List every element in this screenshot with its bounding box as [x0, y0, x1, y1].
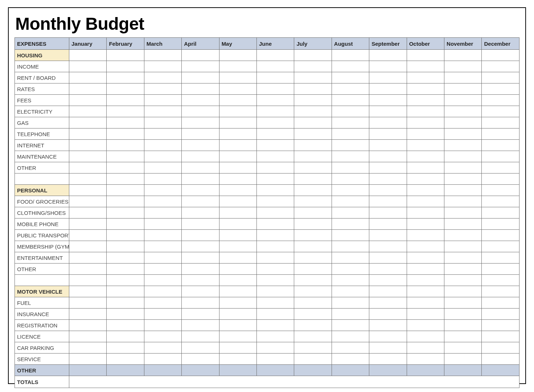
data-cell[interactable]: [107, 128, 144, 140]
data-cell[interactable]: [482, 230, 519, 241]
data-cell[interactable]: [69, 286, 107, 297]
data-cell[interactable]: [369, 342, 407, 354]
data-cell[interactable]: [444, 140, 482, 151]
data-cell[interactable]: [294, 72, 332, 83]
data-cell[interactable]: [182, 95, 219, 106]
data-cell[interactable]: [444, 83, 482, 95]
data-cell[interactable]: [257, 342, 294, 354]
other-cell[interactable]: [257, 365, 294, 376]
data-cell[interactable]: [107, 297, 144, 309]
data-cell[interactable]: [369, 297, 407, 309]
data-cell[interactable]: [407, 50, 444, 61]
data-cell[interactable]: [219, 275, 256, 286]
data-cell[interactable]: [332, 342, 369, 354]
data-cell[interactable]: [444, 264, 482, 275]
other-cell[interactable]: [219, 365, 256, 376]
data-cell[interactable]: [219, 140, 256, 151]
data-cell[interactable]: [219, 162, 256, 173]
data-cell[interactable]: [407, 275, 444, 286]
data-cell[interactable]: [369, 151, 407, 162]
data-cell[interactable]: [444, 230, 482, 241]
data-cell[interactable]: [482, 342, 519, 354]
data-cell[interactable]: [69, 297, 107, 309]
data-cell[interactable]: [482, 162, 519, 173]
data-cell[interactable]: [144, 185, 181, 196]
data-cell[interactable]: [107, 241, 144, 252]
data-cell[interactable]: [257, 50, 294, 61]
data-cell[interactable]: [369, 128, 407, 140]
data-cell[interactable]: [219, 309, 256, 320]
data-cell[interactable]: [144, 140, 181, 151]
data-cell[interactable]: [219, 286, 256, 297]
data-cell[interactable]: [257, 83, 294, 95]
data-cell[interactable]: [182, 320, 219, 331]
data-cell[interactable]: [332, 264, 369, 275]
data-cell[interactable]: [182, 185, 219, 196]
data-cell[interactable]: [294, 173, 332, 185]
data-cell[interactable]: [369, 140, 407, 151]
data-cell[interactable]: [182, 219, 219, 230]
data-cell[interactable]: [294, 61, 332, 72]
data-cell[interactable]: [107, 83, 144, 95]
data-cell[interactable]: [369, 106, 407, 117]
data-cell[interactable]: [69, 72, 107, 83]
data-cell[interactable]: [407, 309, 444, 320]
data-cell[interactable]: [107, 117, 144, 128]
data-cell[interactable]: [482, 241, 519, 252]
data-cell[interactable]: [294, 297, 332, 309]
data-cell[interactable]: [407, 241, 444, 252]
data-cell[interactable]: [482, 219, 519, 230]
data-cell[interactable]: [107, 264, 144, 275]
data-cell[interactable]: [69, 128, 107, 140]
data-cell[interactable]: [294, 83, 332, 95]
data-cell[interactable]: [69, 320, 107, 331]
data-cell[interactable]: [182, 275, 219, 286]
data-cell[interactable]: [369, 241, 407, 252]
data-cell[interactable]: [482, 117, 519, 128]
data-cell[interactable]: [407, 140, 444, 151]
data-cell[interactable]: [332, 151, 369, 162]
data-cell[interactable]: [257, 95, 294, 106]
data-cell[interactable]: [482, 173, 519, 185]
data-cell[interactable]: [144, 83, 181, 95]
data-cell[interactable]: [294, 331, 332, 342]
data-cell[interactable]: [294, 185, 332, 196]
data-cell[interactable]: [219, 252, 256, 264]
data-cell[interactable]: [219, 185, 256, 196]
data-cell[interactable]: [369, 264, 407, 275]
data-cell[interactable]: [257, 309, 294, 320]
data-cell[interactable]: [332, 309, 369, 320]
data-cell[interactable]: [332, 354, 369, 365]
data-cell[interactable]: [107, 140, 144, 151]
data-cell[interactable]: [294, 162, 332, 173]
data-cell[interactable]: [257, 331, 294, 342]
data-cell[interactable]: [407, 61, 444, 72]
other-cell[interactable]: [444, 365, 482, 376]
data-cell[interactable]: [444, 320, 482, 331]
data-cell[interactable]: [219, 95, 256, 106]
data-cell[interactable]: [257, 61, 294, 72]
data-cell[interactable]: [219, 320, 256, 331]
data-cell[interactable]: [294, 117, 332, 128]
data-cell[interactable]: [294, 95, 332, 106]
data-cell[interactable]: [219, 72, 256, 83]
other-cell[interactable]: [144, 365, 181, 376]
data-cell[interactable]: [144, 106, 181, 117]
data-cell[interactable]: [219, 83, 256, 95]
data-cell[interactable]: [144, 117, 181, 128]
data-cell[interactable]: [107, 219, 144, 230]
data-cell[interactable]: [407, 173, 444, 185]
data-cell[interactable]: [144, 61, 181, 72]
data-cell[interactable]: [294, 320, 332, 331]
data-cell[interactable]: [182, 162, 219, 173]
data-cell[interactable]: [482, 309, 519, 320]
data-cell[interactable]: [107, 230, 144, 241]
data-cell[interactable]: [369, 50, 407, 61]
data-cell[interactable]: [182, 252, 219, 264]
data-cell[interactable]: [369, 117, 407, 128]
data-cell[interactable]: [257, 286, 294, 297]
data-cell[interactable]: [69, 331, 107, 342]
data-cell[interactable]: [332, 83, 369, 95]
data-cell[interactable]: [182, 106, 219, 117]
data-cell[interactable]: [144, 128, 181, 140]
